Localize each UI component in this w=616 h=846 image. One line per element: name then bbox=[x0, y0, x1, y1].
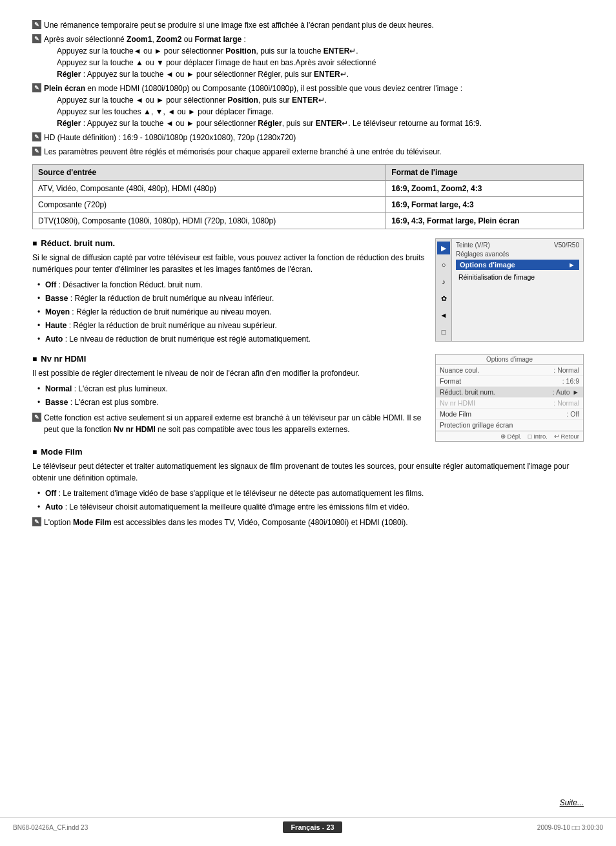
menu-icon-back[interactable]: ◄ bbox=[437, 309, 450, 322]
menu-label-nv: Nv nr HDMI bbox=[440, 399, 553, 407]
note-1: ✎ Une rémanence temporaire peut se produ… bbox=[32, 19, 584, 31]
note-text-1: Une rémanence temporaire peut se produir… bbox=[44, 19, 584, 31]
menu-label-protection: Protection grillage écran bbox=[440, 421, 579, 429]
list-item: Off : Le traitement d'image vidéo de bas… bbox=[37, 488, 584, 499]
note-text-3: Plein écran en mode HDMI (1080i/1080p) o… bbox=[44, 83, 584, 129]
list-item: Basse : Régler la réduction de bruit num… bbox=[37, 293, 425, 304]
footer-intro: □ Intro. bbox=[528, 433, 548, 440]
table-header-format: Format de l'image bbox=[386, 165, 584, 181]
nv-left: Nv nr HDMI Il est possible de régler dir… bbox=[32, 354, 425, 442]
menu-row-protection: Protection grillage écran bbox=[436, 420, 583, 431]
note-5: ✎ Les paramètres peuvent être réglés et … bbox=[32, 146, 584, 158]
side-menu-box-1: ▶ ○ ♪ ✿ ◄ □ Teinte (V/R)V50/R50 Réglages… bbox=[435, 238, 584, 342]
note-icon-4: ✎ bbox=[32, 132, 41, 141]
menu-label-nuance: Nuance coul. bbox=[440, 366, 553, 374]
list-item: Auto : Le téléviseur choisit automatique… bbox=[37, 501, 584, 513]
table-cell-format-2: 16:9, Format large, 4:3 bbox=[386, 197, 584, 213]
nv-heading: Nv nr HDMI bbox=[32, 354, 425, 364]
note-text-4: HD (Haute définition) : 16:9 - 1080i/108… bbox=[44, 132, 584, 143]
menu-label-reduct: Réduct. bruit num. bbox=[440, 388, 553, 396]
menu-row-nuance: Nuance coul. : Normal bbox=[436, 365, 583, 376]
footer-page: Français - 23 bbox=[283, 821, 342, 833]
menu-value-nuance: : Normal bbox=[553, 366, 579, 374]
nv-note-text: Cette fonction est active seulement si u… bbox=[44, 412, 425, 435]
note-icon-2: ✎ bbox=[32, 34, 41, 43]
table-header-source: Source d'entrée bbox=[33, 165, 386, 181]
menu-value-reduct: : Auto ► bbox=[553, 388, 579, 396]
footer-retour: ↩ Retour bbox=[554, 433, 579, 440]
menu-icon-image[interactable]: ▶ bbox=[437, 242, 450, 254]
mode-film-heading: Mode Film bbox=[32, 447, 584, 457]
menu-row-mode-film: Mode Film : Off bbox=[436, 409, 583, 420]
mode-film-intro: Le téléviseur peut détecter et traiter a… bbox=[32, 460, 584, 484]
note-text-5: Les paramètres peuvent être réglés et mé… bbox=[44, 146, 584, 158]
menu-icon-settings[interactable]: ✿ bbox=[437, 292, 450, 305]
nv-note: ✎ Cette fonction est active seulement si… bbox=[32, 412, 425, 435]
list-item: Moyen : Régler la réduction de bruit num… bbox=[37, 306, 425, 318]
menu-icon-circle[interactable]: ○ bbox=[437, 258, 450, 271]
menu-label-mode-film: Mode Film bbox=[440, 410, 566, 418]
note-4: ✎ HD (Haute définition) : 16:9 - 1080i/1… bbox=[32, 132, 584, 143]
bottom-menu-title: Options d'image bbox=[436, 355, 583, 365]
note-icon-mode-film: ✎ bbox=[32, 517, 41, 526]
side-menu-content: Teinte (V/R)V50/R50 Réglages avancés Opt… bbox=[452, 239, 583, 341]
page-footer: BN68-02426A_CF.indd 23 Français - 23 200… bbox=[0, 817, 616, 833]
bottom-menu-box: Options d'image Nuance coul. : Normal Fo… bbox=[435, 354, 584, 442]
nv-section: Nv nr HDMI Il est possible de régler dir… bbox=[32, 354, 584, 442]
footer-depl: ⊕ Dépl. bbox=[500, 433, 522, 440]
source-table: Source d'entrée Format de l'image ATV, V… bbox=[32, 164, 584, 229]
reduct-left: Réduct. bruit num. Si le signal de diffu… bbox=[32, 238, 425, 349]
side-menu-icons: ▶ ○ ♪ ✿ ◄ □ bbox=[436, 239, 452, 341]
footer-file: BN68-02426A_CF.indd 23 bbox=[13, 824, 88, 831]
note-icon-1: ✎ bbox=[32, 20, 41, 29]
list-item: Auto : Le niveau de réduction de bruit n… bbox=[37, 333, 425, 345]
menu-value-format: : 16:9 bbox=[562, 377, 579, 385]
note-icon-5: ✎ bbox=[32, 147, 41, 156]
table-cell-source-3: DTV(1080i), Composante (1080i, 1080p), H… bbox=[33, 213, 386, 229]
mode-film-bullets: Off : Le traitement d'image vidéo de bas… bbox=[37, 488, 584, 513]
reduct-section: Réduct. bruit num. Si le signal de diffu… bbox=[32, 238, 584, 349]
page: ✎ Une rémanence temporaire peut se produ… bbox=[0, 0, 616, 846]
reduct-bullets: Off : Désactiver la fonction Réduct. bru… bbox=[37, 279, 425, 345]
menu-icon-audio[interactable]: ♪ bbox=[437, 275, 450, 288]
side-menu-options-label: Options d'image ► bbox=[456, 260, 579, 270]
list-item: Basse : L'écran est plus sombre. bbox=[37, 397, 425, 408]
note-text-2: Après avoir sélectionné Zoom1, Zoom2 ou … bbox=[44, 34, 584, 80]
menu-label-format: Format bbox=[440, 377, 562, 385]
menu-icon-box[interactable]: □ bbox=[437, 325, 450, 338]
mode-film-note-text: L'option Mode Film est accessibles dans … bbox=[44, 517, 584, 528]
list-item: Haute : Régler la réduction de bruit num… bbox=[37, 320, 425, 331]
table-row: ATV, Vidéo, Composante (480i, 480p), HDM… bbox=[33, 181, 584, 197]
note-icon-3: ✎ bbox=[32, 83, 41, 92]
table-row: DTV(1080i), Composante (1080i, 1080p), H… bbox=[33, 213, 584, 229]
nv-bullets: Normal : L'écran est plus lumineux. Bass… bbox=[37, 383, 425, 408]
side-menu-tint: Teinte (V/R)V50/R50 bbox=[456, 242, 579, 249]
side-menu-advanced: Réglages avancés bbox=[456, 251, 579, 258]
note-2: ✎ Après avoir sélectionné Zoom1, Zoom2 o… bbox=[32, 34, 584, 80]
table-cell-source-1: ATV, Vidéo, Composante (480i, 480p), HDM… bbox=[33, 181, 386, 197]
mode-film-note: ✎ L'option Mode Film est accessibles dan… bbox=[32, 517, 584, 528]
list-item: Off : Désactiver la fonction Réduct. bru… bbox=[37, 279, 425, 291]
table-cell-format-1: 16:9, Zoom1, Zoom2, 4:3 bbox=[386, 181, 584, 197]
side-menu-reinit: Réinitialisation de l'image bbox=[456, 272, 579, 282]
mode-film-section: Mode Film Le téléviseur peut détecter et… bbox=[32, 447, 584, 528]
note-icon-nv: ✎ bbox=[32, 413, 41, 422]
menu-value-nv: : Normal bbox=[553, 399, 579, 407]
footer-date: 2009-09-10 □□ 3:00:30 bbox=[537, 824, 603, 831]
side-menu-2: Options d'image Nuance coul. : Normal Fo… bbox=[435, 354, 584, 442]
menu-row-nv: Nv nr HDMI : Normal bbox=[436, 398, 583, 409]
reduct-heading: Réduct. bruit num. bbox=[32, 238, 425, 248]
suite-link: Suite... bbox=[560, 798, 584, 807]
side-menu-inner: ▶ ○ ♪ ✿ ◄ □ Teinte (V/R)V50/R50 Réglages… bbox=[436, 239, 583, 341]
table-row: Composante (720p) 16:9, Format large, 4:… bbox=[33, 197, 584, 213]
menu-row-reduct: Réduct. bruit num. : Auto ► bbox=[436, 387, 583, 398]
bottom-menu-footer: ⊕ Dépl. □ Intro. ↩ Retour bbox=[436, 431, 583, 441]
table-cell-source-2: Composante (720p) bbox=[33, 197, 386, 213]
nv-intro: Il est possible de régler directement le… bbox=[32, 367, 425, 379]
side-menu-1: ▶ ○ ♪ ✿ ◄ □ Teinte (V/R)V50/R50 Réglages… bbox=[435, 238, 584, 349]
table-cell-format-3: 16:9, 4:3, Format large, Plein écran bbox=[386, 213, 584, 229]
list-item: Normal : L'écran est plus lumineux. bbox=[37, 383, 425, 395]
note-3: ✎ Plein écran en mode HDMI (1080i/1080p)… bbox=[32, 83, 584, 129]
menu-row-format: Format : 16:9 bbox=[436, 376, 583, 387]
reduct-intro: Si le signal de diffusion capté par votr… bbox=[32, 252, 425, 275]
